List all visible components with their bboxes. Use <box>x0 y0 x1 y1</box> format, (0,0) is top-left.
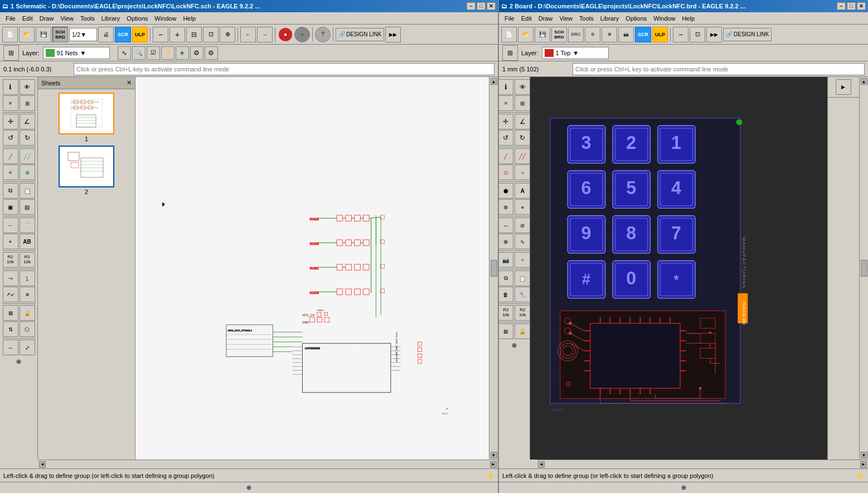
menu-tools[interactable]: Tools <box>77 14 98 23</box>
menu-edit[interactable]: Edit <box>19 14 36 23</box>
board-hole-button[interactable]: ⊘ <box>515 218 530 233</box>
board-maximize-button[interactable]: □ <box>847 2 856 10</box>
board-scroll-up[interactable]: ▲ <box>861 78 867 85</box>
board-layer-dropdown[interactable]: 1 Top ▼ <box>542 47 609 59</box>
board-ulp-button[interactable]: ULP <box>652 27 668 42</box>
board-rotate-button[interactable]: ↺ <box>499 130 513 146</box>
board-rt-btn-1[interactable]: ▶ <box>836 79 851 95</box>
arrow-move2-button[interactable]: ⤢ <box>20 340 35 355</box>
board-bottom-expand[interactable]: ⊕ <box>500 340 528 351</box>
r2-button[interactable]: R210k <box>3 252 18 268</box>
add-vias-button[interactable]: ⊕ <box>20 165 35 180</box>
board-close-button[interactable]: ✕ <box>857 2 866 10</box>
board-rotate-cw-button[interactable]: ↻ <box>515 130 530 146</box>
grid-button[interactable]: ⊞ <box>20 95 35 111</box>
settings-tool[interactable]: ⚙ <box>190 46 203 60</box>
back-button[interactable]: ← <box>240 27 256 42</box>
schematic-cmd-input[interactable] <box>74 63 494 75</box>
zoom-select-button[interactable]: ⊕ <box>220 27 235 42</box>
add-part-tool[interactable]: + <box>176 46 189 60</box>
drc-tool[interactable]: ☑ <box>147 46 160 60</box>
menu-library[interactable]: Library <box>98 14 124 23</box>
board-new-button[interactable]: 📄 <box>501 27 517 42</box>
board-autorouter-button[interactable]: ⊕ <box>602 27 617 42</box>
rotate-button[interactable]: ↺ <box>3 130 18 146</box>
schematic-scrollbar-h[interactable]: ◄ ► <box>38 460 498 468</box>
lock-button[interactable]: 🔒 <box>20 305 35 321</box>
text-button[interactable]: AB <box>20 234 35 249</box>
wire-button[interactable]: ╱ <box>3 148 18 164</box>
board-route-button[interactable]: ╱ <box>499 148 513 164</box>
erc-tool[interactable]: ⚡ <box>161 46 174 60</box>
scroll-left-button[interactable]: ◄ <box>39 461 46 468</box>
board-r2-button[interactable]: R210k <box>499 305 513 321</box>
board-move-button[interactable]: ✛ <box>499 114 513 129</box>
sheets-close-icon[interactable]: ✕ <box>127 79 132 86</box>
board-design-link-button[interactable]: 🔗 DESIGN LINK <box>723 28 772 41</box>
smash-button[interactable]: ⊠ <box>3 305 18 321</box>
mirror2-button[interactable]: ⬡ <box>20 321 35 337</box>
menu-options[interactable]: Options <box>123 14 151 23</box>
zoom-out-button[interactable]: − <box>153 27 168 42</box>
sheet-2-thumbnail[interactable] <box>59 146 114 187</box>
new-file-button[interactable]: 📄 <box>2 27 18 42</box>
print-button[interactable]: 🖨 <box>98 27 114 42</box>
board-lock-button[interactable]: 🔒 <box>515 323 530 339</box>
paste-button[interactable]: 📋 <box>20 183 35 199</box>
board-menu-edit[interactable]: Edit <box>518 14 535 23</box>
board-delete-button[interactable]: 🗑 <box>499 287 513 302</box>
scroll-right-button[interactable]: ► <box>490 461 497 468</box>
open-file-button[interactable]: 📂 <box>19 27 35 42</box>
grid-toggle-button[interactable]: ⊞ <box>3 45 19 61</box>
ulp-button[interactable]: ULP <box>132 27 148 42</box>
board-network-button[interactable]: ⊛ <box>499 199 513 215</box>
no-conn-button[interactable]: ✕ <box>20 287 35 302</box>
board-scr-button[interactable]: SCR <box>635 27 651 42</box>
help-button[interactable]: ? <box>315 27 331 42</box>
board-zoom-fit-button[interactable]: ⊡ <box>690 27 705 42</box>
cross-hair-button[interactable]: + <box>3 234 18 249</box>
board-via-button[interactable]: ⊙ <box>499 165 513 180</box>
board-text-button[interactable]: A <box>515 183 530 199</box>
board-more-button[interactable]: ▶▶ <box>706 27 722 42</box>
board-route2-button[interactable]: ╱╱ <box>515 148 530 164</box>
board-cam-button[interactable]: 📷 <box>618 27 634 42</box>
board-scrollbar-h[interactable]: ◄ ► <box>537 460 868 468</box>
info-button[interactable]: ℹ <box>3 79 18 95</box>
ungroup-button[interactable]: ▤ <box>20 199 35 215</box>
board-menu-tools[interactable]: Tools <box>576 14 597 23</box>
scroll-up-button[interactable]: ▲ <box>491 78 497 85</box>
board-fab-button[interactable]: ⊕ <box>499 234 513 249</box>
line-button[interactable]: ─ <box>3 218 18 233</box>
board-scrollbar-v[interactable]: ▲ ▼ <box>859 77 868 460</box>
forward-button[interactable]: → <box>257 27 273 42</box>
eye-button[interactable]: 👁 <box>20 79 35 95</box>
board-scroll-thumb[interactable] <box>861 260 867 277</box>
design-link-button[interactable]: 🔗 DESIGN LINK <box>336 28 384 41</box>
group-button[interactable]: ▣ <box>3 199 18 215</box>
board-bottom-expand-btn[interactable]: ⊕ <box>499 482 868 493</box>
menu-view[interactable]: View <box>57 14 77 23</box>
board-eye-button[interactable]: 👁 <box>515 79 530 95</box>
drc-button[interactable]: ● <box>278 27 293 42</box>
board-save-button[interactable]: 💾 <box>535 27 550 42</box>
board-menu-view[interactable]: View <box>556 14 576 23</box>
menu-help[interactable]: Help <box>180 14 199 23</box>
board-dimension-button[interactable]: ↔ <box>499 218 513 233</box>
board-paste-button[interactable]: 📋 <box>515 270 530 286</box>
schematic-bottom-expand[interactable]: ⊕ <box>0 482 498 493</box>
board-settings-button[interactable]: 🔧 <box>515 287 530 302</box>
board-menu-draw[interactable]: Draw <box>535 14 556 23</box>
schematic-scrollbar-v[interactable]: ▲ ▼ <box>489 77 498 460</box>
board-menu-file[interactable]: File <box>501 14 518 23</box>
move2-button[interactable]: ⇅ <box>3 321 18 337</box>
menu-draw[interactable]: Draw <box>36 14 57 23</box>
menu-file[interactable]: File <box>2 14 19 23</box>
board-menu-window[interactable]: Window <box>650 14 678 23</box>
scroll-down-button[interactable]: ▼ <box>491 452 497 458</box>
r2b-button[interactable]: R210k <box>20 252 35 268</box>
board-circle-button[interactable]: ○ <box>515 165 530 180</box>
maximize-button[interactable]: □ <box>477 2 486 10</box>
properties-tool[interactable]: ⚙ <box>205 46 218 60</box>
zoom-preview-tool[interactable]: 🔍 <box>132 46 146 60</box>
